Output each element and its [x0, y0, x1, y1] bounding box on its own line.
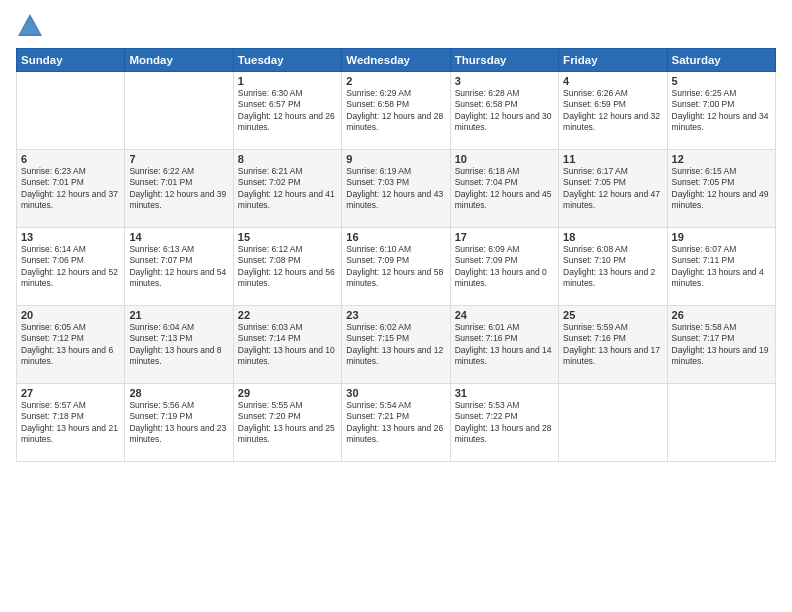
weekday-header: Friday: [559, 49, 667, 72]
weekday-header: Monday: [125, 49, 233, 72]
calendar-cell: 25Sunrise: 5:59 AM Sunset: 7:16 PM Dayli…: [559, 306, 667, 384]
day-info: Sunrise: 6:19 AM Sunset: 7:03 PM Dayligh…: [346, 166, 445, 212]
day-number: 4: [563, 75, 662, 87]
calendar-cell: 26Sunrise: 5:58 AM Sunset: 7:17 PM Dayli…: [667, 306, 775, 384]
calendar-cell: 11Sunrise: 6:17 AM Sunset: 7:05 PM Dayli…: [559, 150, 667, 228]
calendar-cell: 8Sunrise: 6:21 AM Sunset: 7:02 PM Daylig…: [233, 150, 341, 228]
day-number: 31: [455, 387, 554, 399]
logo-icon: [16, 12, 44, 40]
day-number: 8: [238, 153, 337, 165]
day-number: 15: [238, 231, 337, 243]
day-info: Sunrise: 5:55 AM Sunset: 7:20 PM Dayligh…: [238, 400, 337, 446]
day-info: Sunrise: 6:10 AM Sunset: 7:09 PM Dayligh…: [346, 244, 445, 290]
day-info: Sunrise: 5:58 AM Sunset: 7:17 PM Dayligh…: [672, 322, 771, 368]
day-info: Sunrise: 6:03 AM Sunset: 7:14 PM Dayligh…: [238, 322, 337, 368]
day-info: Sunrise: 5:53 AM Sunset: 7:22 PM Dayligh…: [455, 400, 554, 446]
calendar-week-row: 1Sunrise: 6:30 AM Sunset: 6:57 PM Daylig…: [17, 72, 776, 150]
day-number: 28: [129, 387, 228, 399]
calendar-week-row: 6Sunrise: 6:23 AM Sunset: 7:01 PM Daylig…: [17, 150, 776, 228]
calendar-cell: 16Sunrise: 6:10 AM Sunset: 7:09 PM Dayli…: [342, 228, 450, 306]
day-info: Sunrise: 5:57 AM Sunset: 7:18 PM Dayligh…: [21, 400, 120, 446]
day-info: Sunrise: 6:07 AM Sunset: 7:11 PM Dayligh…: [672, 244, 771, 290]
day-number: 18: [563, 231, 662, 243]
day-info: Sunrise: 6:28 AM Sunset: 6:58 PM Dayligh…: [455, 88, 554, 134]
calendar-cell: 21Sunrise: 6:04 AM Sunset: 7:13 PM Dayli…: [125, 306, 233, 384]
calendar-cell: 1Sunrise: 6:30 AM Sunset: 6:57 PM Daylig…: [233, 72, 341, 150]
calendar-cell: 5Sunrise: 6:25 AM Sunset: 7:00 PM Daylig…: [667, 72, 775, 150]
calendar-cell: 29Sunrise: 5:55 AM Sunset: 7:20 PM Dayli…: [233, 384, 341, 462]
calendar-cell: [559, 384, 667, 462]
calendar-cell: 3Sunrise: 6:28 AM Sunset: 6:58 PM Daylig…: [450, 72, 558, 150]
calendar-cell: 31Sunrise: 5:53 AM Sunset: 7:22 PM Dayli…: [450, 384, 558, 462]
calendar-week-row: 13Sunrise: 6:14 AM Sunset: 7:06 PM Dayli…: [17, 228, 776, 306]
calendar-cell: 18Sunrise: 6:08 AM Sunset: 7:10 PM Dayli…: [559, 228, 667, 306]
day-number: 10: [455, 153, 554, 165]
day-number: 30: [346, 387, 445, 399]
calendar: SundayMondayTuesdayWednesdayThursdayFrid…: [16, 48, 776, 462]
calendar-cell: 15Sunrise: 6:12 AM Sunset: 7:08 PM Dayli…: [233, 228, 341, 306]
day-info: Sunrise: 6:01 AM Sunset: 7:16 PM Dayligh…: [455, 322, 554, 368]
day-info: Sunrise: 6:18 AM Sunset: 7:04 PM Dayligh…: [455, 166, 554, 212]
day-number: 14: [129, 231, 228, 243]
day-number: 7: [129, 153, 228, 165]
weekday-header: Tuesday: [233, 49, 341, 72]
calendar-cell: 10Sunrise: 6:18 AM Sunset: 7:04 PM Dayli…: [450, 150, 558, 228]
weekday-row: SundayMondayTuesdayWednesdayThursdayFrid…: [17, 49, 776, 72]
day-info: Sunrise: 6:05 AM Sunset: 7:12 PM Dayligh…: [21, 322, 120, 368]
day-number: 9: [346, 153, 445, 165]
day-info: Sunrise: 6:26 AM Sunset: 6:59 PM Dayligh…: [563, 88, 662, 134]
day-number: 1: [238, 75, 337, 87]
calendar-cell: 7Sunrise: 6:22 AM Sunset: 7:01 PM Daylig…: [125, 150, 233, 228]
calendar-cell: 14Sunrise: 6:13 AM Sunset: 7:07 PM Dayli…: [125, 228, 233, 306]
header: [16, 12, 776, 40]
calendar-week-row: 20Sunrise: 6:05 AM Sunset: 7:12 PM Dayli…: [17, 306, 776, 384]
calendar-cell: [125, 72, 233, 150]
day-info: Sunrise: 6:02 AM Sunset: 7:15 PM Dayligh…: [346, 322, 445, 368]
day-info: Sunrise: 6:08 AM Sunset: 7:10 PM Dayligh…: [563, 244, 662, 290]
day-info: Sunrise: 6:17 AM Sunset: 7:05 PM Dayligh…: [563, 166, 662, 212]
calendar-cell: 2Sunrise: 6:29 AM Sunset: 6:58 PM Daylig…: [342, 72, 450, 150]
page: SundayMondayTuesdayWednesdayThursdayFrid…: [0, 0, 792, 612]
calendar-cell: [17, 72, 125, 150]
day-number: 19: [672, 231, 771, 243]
day-info: Sunrise: 6:15 AM Sunset: 7:05 PM Dayligh…: [672, 166, 771, 212]
day-info: Sunrise: 6:30 AM Sunset: 6:57 PM Dayligh…: [238, 88, 337, 134]
day-number: 26: [672, 309, 771, 321]
calendar-cell: 30Sunrise: 5:54 AM Sunset: 7:21 PM Dayli…: [342, 384, 450, 462]
day-number: 13: [21, 231, 120, 243]
day-info: Sunrise: 6:22 AM Sunset: 7:01 PM Dayligh…: [129, 166, 228, 212]
day-number: 17: [455, 231, 554, 243]
calendar-cell: 9Sunrise: 6:19 AM Sunset: 7:03 PM Daylig…: [342, 150, 450, 228]
day-info: Sunrise: 6:13 AM Sunset: 7:07 PM Dayligh…: [129, 244, 228, 290]
calendar-header: SundayMondayTuesdayWednesdayThursdayFrid…: [17, 49, 776, 72]
day-info: Sunrise: 6:04 AM Sunset: 7:13 PM Dayligh…: [129, 322, 228, 368]
day-number: 11: [563, 153, 662, 165]
day-number: 3: [455, 75, 554, 87]
weekday-header: Sunday: [17, 49, 125, 72]
logo: [16, 12, 48, 40]
calendar-cell: 20Sunrise: 6:05 AM Sunset: 7:12 PM Dayli…: [17, 306, 125, 384]
day-number: 5: [672, 75, 771, 87]
day-info: Sunrise: 6:25 AM Sunset: 7:00 PM Dayligh…: [672, 88, 771, 134]
calendar-body: 1Sunrise: 6:30 AM Sunset: 6:57 PM Daylig…: [17, 72, 776, 462]
calendar-cell: 17Sunrise: 6:09 AM Sunset: 7:09 PM Dayli…: [450, 228, 558, 306]
day-info: Sunrise: 6:09 AM Sunset: 7:09 PM Dayligh…: [455, 244, 554, 290]
calendar-cell: 27Sunrise: 5:57 AM Sunset: 7:18 PM Dayli…: [17, 384, 125, 462]
day-info: Sunrise: 5:54 AM Sunset: 7:21 PM Dayligh…: [346, 400, 445, 446]
day-number: 29: [238, 387, 337, 399]
day-info: Sunrise: 6:29 AM Sunset: 6:58 PM Dayligh…: [346, 88, 445, 134]
day-number: 25: [563, 309, 662, 321]
day-number: 2: [346, 75, 445, 87]
calendar-cell: 19Sunrise: 6:07 AM Sunset: 7:11 PM Dayli…: [667, 228, 775, 306]
calendar-cell: 22Sunrise: 6:03 AM Sunset: 7:14 PM Dayli…: [233, 306, 341, 384]
day-number: 22: [238, 309, 337, 321]
calendar-cell: 12Sunrise: 6:15 AM Sunset: 7:05 PM Dayli…: [667, 150, 775, 228]
weekday-header: Wednesday: [342, 49, 450, 72]
day-number: 16: [346, 231, 445, 243]
day-number: 23: [346, 309, 445, 321]
day-info: Sunrise: 5:59 AM Sunset: 7:16 PM Dayligh…: [563, 322, 662, 368]
calendar-cell: [667, 384, 775, 462]
weekday-header: Saturday: [667, 49, 775, 72]
calendar-cell: 28Sunrise: 5:56 AM Sunset: 7:19 PM Dayli…: [125, 384, 233, 462]
day-info: Sunrise: 6:23 AM Sunset: 7:01 PM Dayligh…: [21, 166, 120, 212]
